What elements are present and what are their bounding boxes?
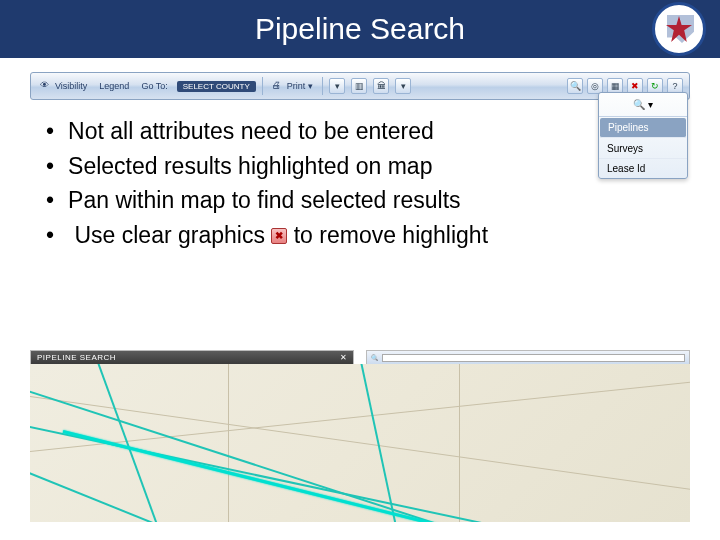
tool-1-icon[interactable]: ▾ [329, 78, 345, 94]
map-canvas[interactable] [366, 364, 690, 522]
map-panel: 🔍 [366, 350, 690, 522]
eye-icon: 👁 [40, 80, 52, 92]
county-select[interactable]: SELECT COUNTY [177, 81, 256, 92]
map-toolbar-mini: 🔍 [367, 351, 689, 365]
bullet-1: Not all attributes need to be entered [46, 114, 690, 149]
printer-icon: 🖨 [272, 80, 284, 92]
visibility-button[interactable]: 👁 Visibility [37, 80, 90, 92]
agency-seal-icon [652, 2, 706, 56]
panel-title: PIPELINE SEARCH [37, 353, 116, 362]
map-search-input[interactable] [382, 354, 685, 362]
magnifier-icon[interactable]: 🔍 [371, 354, 378, 361]
layers-icon[interactable]: ▥ [351, 78, 367, 94]
bullet-3: Pan within map to find selected results [46, 183, 690, 218]
page-title: Pipeline Search [255, 12, 465, 46]
zoom-icon[interactable]: 🔍 [567, 78, 583, 94]
menu-pipelines[interactable]: Pipelines [600, 118, 686, 138]
tool-4-icon[interactable]: ▾ [395, 78, 411, 94]
clear-x-icon: ✖ [271, 228, 287, 244]
magnifier-icon: 🔍 ▾ [599, 93, 687, 117]
menu-surveys[interactable]: Surveys [599, 139, 687, 159]
goto-label: Go To: [138, 81, 170, 91]
bullet-4: Use clear graphics ✖ to remove highlight [46, 218, 690, 253]
print-button[interactable]: 🖨 Print ▾ [269, 80, 317, 92]
search-menu-popup: 🔍 ▾ Pipelines Surveys Lease Id [598, 92, 688, 179]
close-icon[interactable]: ✕ [340, 353, 348, 362]
title-bar: Pipeline Search [0, 0, 720, 58]
bullet-2: Selected results highlighted on map [46, 149, 690, 184]
caret-down-icon: ▾ [308, 81, 313, 91]
instruction-list: Not all attributes need to be entered Se… [46, 114, 690, 252]
building-icon[interactable]: 🏛 [373, 78, 389, 94]
map-toolbar: 👁 Visibility Legend Go To: SELECT COUNTY… [30, 72, 690, 100]
legend-button[interactable]: Legend [96, 81, 132, 91]
menu-leaseid[interactable]: Lease Id [599, 159, 687, 178]
